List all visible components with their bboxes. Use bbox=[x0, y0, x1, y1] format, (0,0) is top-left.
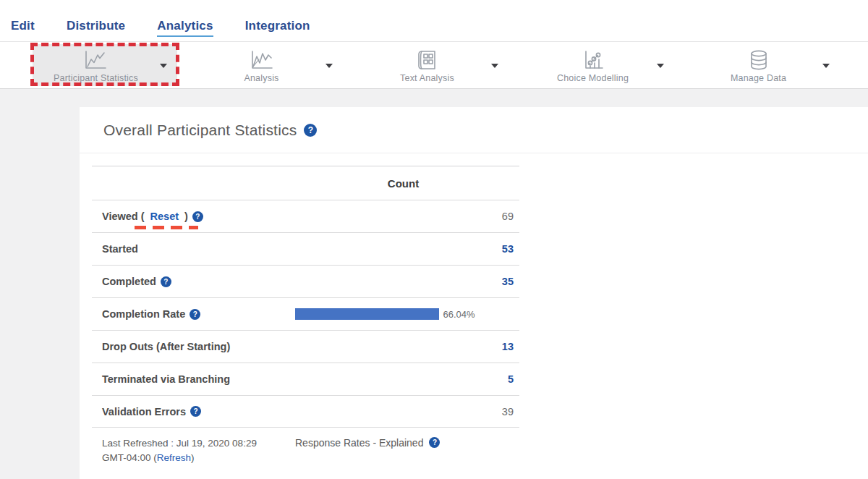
toolbar-item-text-analysis[interactable]: Text Analysis bbox=[344, 42, 510, 88]
row-label: Viewed ( bbox=[102, 211, 145, 222]
count-column-header: Count bbox=[287, 177, 519, 190]
table-row-validation-errors: Validation Errors ? 39 bbox=[92, 395, 519, 428]
help-icon[interactable]: ? bbox=[192, 211, 203, 222]
document-grid-icon bbox=[414, 48, 439, 71]
nav-item-distribute[interactable]: Distribute bbox=[67, 19, 125, 35]
row-label: Drop Outs (After Starting) bbox=[102, 341, 230, 352]
table-header-row: Count bbox=[92, 166, 519, 200]
completion-rate-value: 66.04% bbox=[443, 309, 475, 320]
completion-rate-bar-fill bbox=[295, 308, 439, 320]
line-chart-icon bbox=[82, 48, 109, 71]
annotation-underline bbox=[135, 226, 198, 229]
table-row-viewed: Viewed (Reset) ? 69 bbox=[92, 200, 519, 232]
count-value: 69 bbox=[287, 211, 519, 222]
response-rates-label: Response Rates - Explained bbox=[295, 437, 423, 449]
row-label-suffix: ) bbox=[184, 211, 188, 222]
scatter-trend-icon bbox=[581, 48, 605, 71]
table-row-completion-rate: Completion Rate ? 66.04% bbox=[92, 297, 519, 330]
table-row-started: Started 53 bbox=[92, 232, 519, 265]
table-row-drop-outs: Drop Outs (After Starting) 13 bbox=[92, 330, 519, 363]
chevron-down-icon[interactable] bbox=[160, 64, 167, 68]
row-label: Completion Rate bbox=[102, 308, 185, 320]
toolbar-item-label: Analysis bbox=[244, 73, 278, 83]
table-row-terminated: Terminated via Branching 5 bbox=[92, 363, 519, 395]
participant-statistics-table: Count Viewed (Reset) ? 69 Started 53 Com… bbox=[92, 166, 519, 428]
help-icon[interactable]: ? bbox=[429, 437, 440, 448]
table-footer: Last Refreshed : Jul 19, 2020 08:29 GMT-… bbox=[92, 436, 519, 465]
count-value-link[interactable]: 5 bbox=[287, 373, 519, 385]
help-icon[interactable]: ? bbox=[190, 309, 200, 320]
reset-link[interactable]: Reset bbox=[150, 211, 179, 222]
toolbar-item-label: Participant Statistics bbox=[54, 73, 138, 83]
chevron-down-icon[interactable] bbox=[822, 64, 830, 68]
page-title: Overall Participant Statistics bbox=[103, 122, 297, 139]
nav-item-analytics[interactable]: Analytics bbox=[157, 19, 213, 37]
help-icon[interactable]: ? bbox=[161, 276, 171, 287]
count-value-link[interactable]: 53 bbox=[287, 243, 519, 255]
refresh-link[interactable]: Refresh bbox=[157, 452, 191, 463]
chevron-down-icon[interactable] bbox=[657, 64, 664, 68]
nav-item-integration[interactable]: Integration bbox=[245, 19, 310, 35]
row-label: Started bbox=[102, 243, 138, 255]
last-refreshed-line1: Last Refreshed : Jul 19, 2020 08:29 bbox=[102, 438, 257, 449]
toolbar-item-label: Manage Data bbox=[731, 73, 786, 83]
row-label: Terminated via Branching bbox=[102, 373, 230, 385]
participant-statistics-panel: Overall Participant Statistics ? Count V… bbox=[80, 107, 868, 479]
toolbar-item-manage-data[interactable]: Manage Data bbox=[676, 42, 841, 88]
row-label: Validation Errors bbox=[102, 406, 186, 417]
last-refreshed: Last Refreshed : Jul 19, 2020 08:29 GMT-… bbox=[92, 436, 287, 465]
count-value-link[interactable]: 13 bbox=[287, 341, 519, 352]
last-refreshed-line2-prefix: GMT-04:00 ( bbox=[102, 452, 157, 463]
chevron-down-icon[interactable] bbox=[326, 64, 333, 68]
chevron-down-icon[interactable] bbox=[491, 64, 498, 68]
toolbar-item-label: Text Analysis bbox=[400, 73, 454, 83]
panel-header: Overall Participant Statistics ? bbox=[80, 107, 868, 153]
top-nav: Edit Distribute Analytics Integration bbox=[0, 0, 868, 37]
analytics-toolbar: Participant Statistics Analysis bbox=[0, 41, 868, 89]
last-refreshed-line2-suffix: ) bbox=[191, 452, 195, 463]
toolbar-item-choice-modelling[interactable]: Choice Modelling bbox=[510, 42, 676, 88]
header: Edit Distribute Analytics Integration Pa… bbox=[0, 0, 868, 89]
toolbar-item-analysis[interactable]: Analysis bbox=[179, 42, 344, 88]
row-label: Completed bbox=[102, 276, 156, 287]
zigzag-chart-icon bbox=[249, 48, 275, 71]
count-value-link[interactable]: 35 bbox=[287, 276, 519, 287]
response-rates-explained: Response Rates - Explained ? bbox=[287, 436, 519, 465]
table-row-completed: Completed ? 35 bbox=[92, 265, 519, 297]
help-icon[interactable]: ? bbox=[190, 406, 201, 417]
toolbar-item-label: Choice Modelling bbox=[557, 73, 629, 83]
count-value: 39 bbox=[287, 406, 519, 417]
nav-item-edit[interactable]: Edit bbox=[11, 19, 35, 35]
completion-rate-bar: 66.04% bbox=[295, 308, 514, 320]
help-icon[interactable]: ? bbox=[304, 124, 317, 137]
database-icon bbox=[747, 48, 770, 71]
